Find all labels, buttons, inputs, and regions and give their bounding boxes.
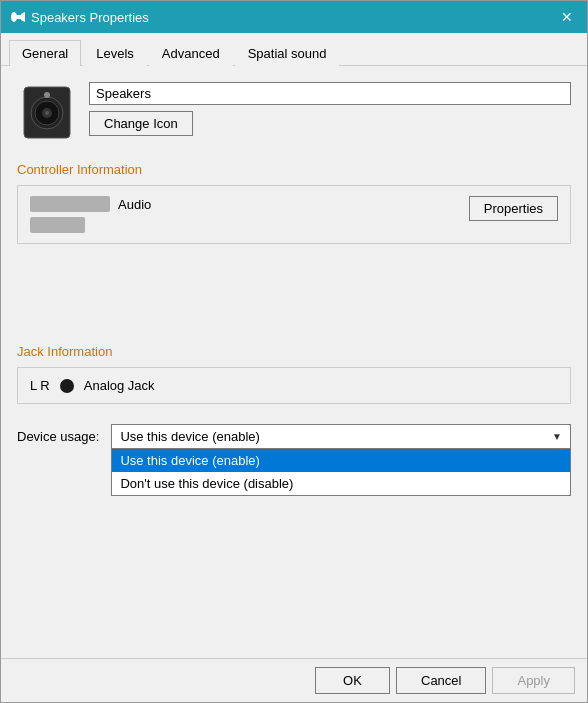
controller-content: Audio Properties xyxy=(30,196,558,233)
jack-row: L R Analog Jack xyxy=(30,378,558,393)
device-usage-dropdown-button[interactable]: Use this device (enable) ▼ xyxy=(111,424,571,449)
main-content: Change Icon Controller Information Audio xyxy=(1,66,587,658)
apply-button[interactable]: Apply xyxy=(492,667,575,694)
svg-rect-1 xyxy=(16,15,21,19)
controller-device-info: Audio xyxy=(30,196,151,233)
device-name-area: Change Icon xyxy=(89,82,571,136)
speaker-svg xyxy=(22,85,72,140)
device-usage-dropdown[interactable]: Use this device (enable) ▼ Use this devi… xyxy=(111,424,571,449)
svg-point-8 xyxy=(44,92,50,98)
controller-section-label: Controller Information xyxy=(17,162,571,177)
properties-button[interactable]: Properties xyxy=(469,196,558,221)
device-usage-label: Device usage: xyxy=(17,429,99,444)
tab-spatial-sound[interactable]: Spatial sound xyxy=(235,40,340,66)
jack-circle xyxy=(60,379,74,393)
svg-point-7 xyxy=(45,111,49,115)
ok-button[interactable]: OK xyxy=(315,667,390,694)
title-bar-left: Speakers Properties xyxy=(9,9,149,25)
window-icon xyxy=(9,9,25,25)
dropdown-option-enable[interactable]: Use this device (enable) xyxy=(112,449,570,472)
device-usage-selected-value: Use this device (enable) xyxy=(120,429,259,444)
svg-marker-2 xyxy=(21,12,25,22)
bottom-bar: OK Cancel Apply xyxy=(1,658,587,702)
change-icon-button[interactable]: Change Icon xyxy=(89,111,193,136)
controller-section: Controller Information Audio Properties xyxy=(17,162,571,244)
jack-section-label: Jack Information xyxy=(17,344,571,359)
close-button[interactable]: ✕ xyxy=(555,5,579,29)
tab-advanced[interactable]: Advanced xyxy=(149,40,233,66)
audio-row: Audio xyxy=(30,196,151,212)
device-usage-dropdown-menu: Use this device (enable) Don't use this … xyxy=(111,449,571,496)
title-bar: Speakers Properties ✕ xyxy=(1,1,587,33)
cancel-button[interactable]: Cancel xyxy=(396,667,486,694)
audio-label: Audio xyxy=(118,197,151,212)
lr-label: L R xyxy=(30,378,50,393)
jack-section: Jack Information L R Analog Jack xyxy=(17,344,571,404)
speaker-icon xyxy=(17,82,77,142)
device-usage-row: Device usage: Use this device (enable) ▼… xyxy=(17,424,571,449)
dropdown-option-disable[interactable]: Don't use this device (disable) xyxy=(112,472,570,495)
empty-spacer xyxy=(17,264,571,344)
tab-levels[interactable]: Levels xyxy=(83,40,147,66)
speakers-properties-window: Speakers Properties ✕ General Levels Adv… xyxy=(0,0,588,703)
controller-box: Audio Properties xyxy=(17,185,571,244)
tab-bar: General Levels Advanced Spatial sound xyxy=(1,33,587,66)
controller-gray-bar-wide xyxy=(30,196,110,212)
controller-gray-bar-narrow xyxy=(30,217,85,233)
tab-general[interactable]: General xyxy=(9,40,81,66)
jack-box: L R Analog Jack xyxy=(17,367,571,404)
analog-jack-label: Analog Jack xyxy=(84,378,155,393)
window-title: Speakers Properties xyxy=(31,10,149,25)
device-name-input[interactable] xyxy=(89,82,571,105)
device-section: Change Icon xyxy=(17,82,571,142)
chevron-down-icon: ▼ xyxy=(552,431,562,442)
